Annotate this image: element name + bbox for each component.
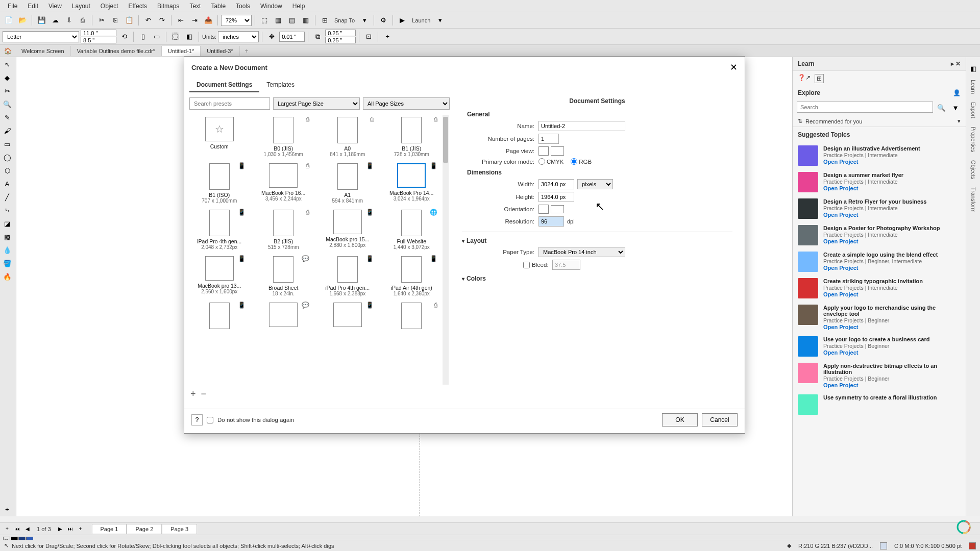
publish-button[interactable]: 📤	[202, 14, 214, 27]
height-input[interactable]	[538, 192, 574, 202]
menu-file[interactable]: File	[3, 1, 22, 11]
preset-filter-select[interactable]: All Page Sizes	[363, 97, 450, 110]
copy-button[interactable]: ⎘	[109, 14, 121, 27]
dialog-close-button[interactable]: ✕	[730, 62, 738, 73]
topic-item[interactable]: Design a Poster for Photography Workshop…	[793, 222, 966, 248]
search-button[interactable]: 🔍	[935, 102, 947, 114]
preset-item[interactable]: 📱A1594 x 841mm	[317, 161, 378, 206]
preset-item[interactable]: 📱iPad Pro 4th gen...1,668 x 2,388px	[317, 254, 378, 298]
orient-toggle[interactable]: ⟲	[118, 31, 130, 43]
topic-item[interactable]: Design an illustrative AdvertisementPrac…	[793, 142, 966, 169]
units-select[interactable]: inches	[218, 31, 259, 42]
print-button[interactable]: ⎙	[77, 14, 89, 27]
menu-view[interactable]: View	[43, 1, 67, 11]
preset-item[interactable]: 💬	[254, 300, 314, 333]
topic-item[interactable]: Use symmetry to create a floral illustra…	[793, 391, 966, 418]
dock-tab-learn[interactable]: Learn	[969, 76, 977, 98]
text-tool[interactable]: A	[1, 178, 13, 190]
orientation-landscape[interactable]	[551, 205, 564, 213]
preset-item[interactable]: Custom	[189, 115, 250, 159]
rulers-button[interactable]: ▦	[272, 14, 284, 27]
prev-page[interactable]: ◀	[23, 525, 32, 533]
page-height-input[interactable]	[81, 37, 116, 43]
cloud-up-button[interactable]: ☁	[49, 14, 61, 27]
preset-item[interactable]: ⎙A0841 x 1,189mm	[317, 115, 378, 159]
add-button[interactable]: +	[381, 31, 394, 43]
menu-window[interactable]: Window	[255, 1, 287, 11]
menu-effects[interactable]: Effects	[124, 1, 152, 11]
papertype-select[interactable]: MacBook Pro 14 inch	[538, 247, 625, 257]
preset-item[interactable]: ⎙	[382, 300, 442, 333]
doc-tab[interactable]: Variable Outlines demo file.cdr*	[71, 46, 162, 56]
smart-fill-tool[interactable]: 🔥	[1, 270, 13, 283]
rgb-radio[interactable]: RGB	[571, 158, 592, 165]
dock-tab-transform[interactable]: Transform	[969, 183, 977, 217]
snap-icon[interactable]: ⊞	[318, 14, 331, 27]
launch-dropdown[interactable]: ▾	[434, 14, 446, 27]
open-button[interactable]: 📂	[16, 14, 29, 27]
cloud-down-button[interactable]: ⇩	[63, 14, 75, 27]
preset-item[interactable]: 📱iPad Pro 4th gen...2,048 x 2,732px	[189, 208, 250, 252]
redo-button[interactable]: ↷	[156, 14, 168, 27]
color-proof-icon[interactable]: ◆	[787, 542, 791, 549]
pageview-single[interactable]	[538, 146, 549, 156]
preset-item[interactable]: 💬Broad Sheet18 x 24in.	[254, 254, 314, 298]
launch-icon[interactable]: ▶	[396, 14, 408, 27]
snap-dropdown[interactable]: ▾	[358, 14, 371, 27]
menu-table[interactable]: Table	[206, 1, 231, 11]
preset-remove-button[interactable]: −	[201, 389, 207, 399]
name-input[interactable]	[538, 121, 625, 131]
undo-button[interactable]: ↶	[142, 14, 154, 27]
add-doc-tab[interactable]: +	[240, 47, 254, 55]
portrait-button[interactable]: ▯	[137, 31, 149, 43]
page-width-input[interactable]	[81, 30, 116, 36]
preset-item[interactable]: 📱iPad Air (4th gen)1,640 x 2,360px	[382, 254, 442, 298]
cut-button[interactable]: ✂	[95, 14, 108, 27]
ellipse-tool[interactable]: ◯	[1, 151, 13, 163]
preset-scrollbar[interactable]	[443, 115, 449, 385]
preset-search-input[interactable]	[189, 97, 270, 110]
dialog-tab-templates[interactable]: Templates	[259, 78, 302, 92]
page-tab[interactable]: Page 1	[92, 524, 127, 534]
paste-button[interactable]: 📋	[123, 14, 135, 27]
add-page-after[interactable]: +	[77, 525, 85, 533]
menu-object[interactable]: Object	[95, 1, 124, 11]
topic-item[interactable]: Create a simple logo using the blend eff…	[793, 248, 966, 275]
ok-button[interactable]: OK	[662, 413, 698, 427]
dont-show-checkbox[interactable]	[207, 417, 213, 423]
pick-tool[interactable]: ↖	[1, 58, 13, 70]
topic-item[interactable]: Create striking typographic invitationPr…	[793, 275, 966, 302]
page-tab[interactable]: Page 3	[162, 524, 197, 534]
filter-button[interactable]: ▼	[949, 102, 962, 114]
preset-item[interactable]: 📱B1 (ISO)707 x 1,000mm	[189, 161, 250, 206]
topic-item[interactable]: Apply your logo to merchandise using the…	[793, 302, 966, 333]
preset-item[interactable]: 🌐Full Website1,440 x 3,072px	[382, 208, 442, 252]
dock-tab-export[interactable]: Export	[969, 98, 977, 122]
bleed-checkbox[interactable]	[523, 262, 530, 268]
add-page-before[interactable]: +	[3, 525, 11, 533]
menu-tools[interactable]: Tools	[231, 1, 255, 11]
shape-tool[interactable]: ◆	[1, 71, 13, 84]
rectangle-tool[interactable]: ▭	[1, 138, 13, 150]
dock-icon-1[interactable]: ◧	[967, 62, 979, 74]
dropshadow-tool[interactable]: ◪	[1, 217, 13, 230]
help-mode-icon[interactable]: ❓↗	[798, 74, 811, 83]
width-unit-select[interactable]: pixels	[577, 179, 613, 189]
dup-y-input[interactable]	[325, 37, 356, 43]
preset-sort-select[interactable]: Largest Page Size	[273, 97, 360, 110]
first-page[interactable]: ⏮	[13, 525, 21, 533]
topic-item[interactable]: Design a summer market flyerPractice Pro…	[793, 169, 966, 195]
crop-button[interactable]: ⊡	[362, 31, 375, 43]
save-button[interactable]: 💾	[35, 14, 47, 27]
menu-bitmaps[interactable]: Bitmaps	[152, 1, 184, 11]
sort-icon[interactable]: ⇅	[798, 118, 802, 124]
landscape-button[interactable]: ▭	[151, 31, 163, 43]
cancel-button[interactable]: Cancel	[702, 413, 738, 427]
dock-tab-objects[interactable]: Objects	[969, 156, 977, 183]
panel-menu-icon[interactable]: ▸ ✕	[951, 60, 961, 67]
connector-tool[interactable]: ⤷	[1, 204, 13, 216]
zoom-tool[interactable]: 🔍	[1, 98, 13, 110]
menu-text[interactable]: Text	[184, 1, 206, 11]
preset-item[interactable]: 📱MacBook pro 15...2,880 x 1,800px	[317, 208, 378, 252]
menu-edit[interactable]: Edit	[22, 1, 43, 11]
